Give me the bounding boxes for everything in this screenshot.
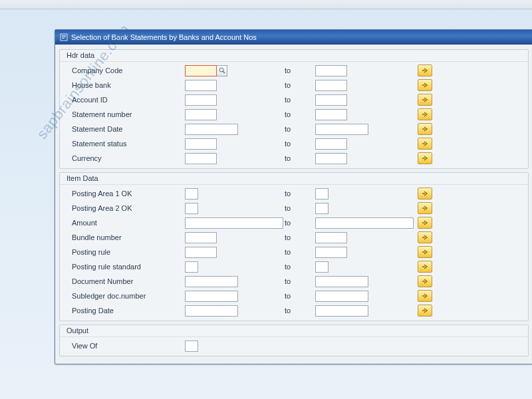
house-bank-to-input[interactable] (315, 80, 347, 91)
to-label: to (285, 292, 315, 300)
to-label: to (285, 125, 315, 133)
label-document-number: Document Number (72, 277, 185, 285)
to-label: to (285, 190, 315, 198)
posting-rule-std-to-input[interactable] (315, 261, 329, 273)
document-number-from-input[interactable] (185, 276, 238, 287)
label-amount: Amount (72, 219, 185, 227)
row-posting-area-1: Posting Area 1 OK to (60, 186, 528, 201)
to-label: to (285, 233, 315, 241)
subledger-doc-from-input[interactable] (185, 291, 238, 302)
statement-number-to-input[interactable] (315, 109, 347, 120)
label-statement-number: Statement number (72, 110, 185, 118)
group-output: Output View Of (59, 325, 529, 356)
multiple-selection-button[interactable] (418, 202, 432, 214)
currency-from-input[interactable] (185, 153, 217, 164)
posting-date-to-input[interactable] (315, 305, 368, 317)
statement-date-to-input[interactable] (315, 124, 368, 135)
label-currency: Currency (72, 154, 185, 162)
posting-area-2-to-input[interactable] (315, 203, 329, 214)
statement-number-from-input[interactable] (185, 109, 217, 120)
bundle-number-from-input[interactable] (185, 232, 217, 243)
group-item-title: Item Data (60, 173, 528, 184)
row-account-id: Account ID to (60, 92, 528, 107)
posting-area-1-from-input[interactable] (185, 188, 198, 200)
label-posting-area-1: Posting Area 1 OK (72, 190, 185, 198)
multiple-selection-button[interactable] (418, 290, 432, 302)
account-id-from-input[interactable] (185, 94, 217, 106)
selection-dialog: Selection of Bank Statements by Banks an… (55, 29, 532, 364)
multiple-selection-button[interactable] (418, 123, 432, 135)
to-label: to (285, 96, 315, 104)
row-document-number: Document Number to (60, 274, 528, 289)
group-output-title: Output (60, 325, 528, 336)
subledger-doc-to-input[interactable] (315, 291, 368, 302)
label-company-code: Company Code (72, 66, 185, 74)
amount-to-input[interactable] (315, 217, 414, 229)
row-house-bank: House bank to (60, 78, 528, 92)
row-posting-rule-std: Posting rule standard to (60, 259, 528, 274)
row-statement-date: Statement Date to (60, 122, 528, 136)
row-view-of: View Of (60, 338, 528, 353)
group-hdr-title: Hdr data (60, 50, 528, 61)
to-label: to (285, 110, 315, 118)
to-label: to (285, 81, 315, 89)
posting-date-from-input[interactable] (185, 305, 238, 317)
label-posting-rule: Posting rule (72, 248, 185, 256)
to-label: to (285, 204, 315, 212)
svg-rect-2 (62, 37, 66, 37)
company-code-to-input[interactable] (315, 65, 347, 76)
label-posting-date: Posting Date (72, 307, 185, 315)
row-posting-date: Posting Date to (60, 303, 528, 318)
view-of-input[interactable] (185, 340, 198, 352)
to-label: to (285, 263, 315, 271)
label-statement-date: Statement Date (72, 125, 185, 133)
multiple-selection-button[interactable] (418, 217, 432, 229)
dialog-body: Hdr data Company Code to (55, 45, 532, 364)
row-posting-area-2: Posting Area 2 OK to (60, 201, 528, 215)
search-help-icon[interactable] (217, 65, 227, 76)
multiple-selection-button[interactable] (418, 188, 432, 200)
multiple-selection-button[interactable] (418, 108, 432, 120)
multiple-selection-button[interactable] (418, 138, 432, 150)
statement-status-from-input[interactable] (185, 138, 217, 150)
multiple-selection-button[interactable] (418, 275, 432, 287)
to-label: to (285, 140, 315, 148)
statement-date-from-input[interactable] (185, 124, 238, 135)
document-number-to-input[interactable] (315, 276, 368, 287)
app-background: sapbrainsonline.com Selection of Bank St… (0, 0, 532, 399)
currency-to-input[interactable] (315, 153, 347, 164)
row-company-code: Company Code to (60, 63, 528, 78)
posting-area-2-from-input[interactable] (185, 203, 198, 214)
company-code-from-input[interactable] (185, 65, 217, 76)
row-bundle-number: Bundle number to (60, 230, 528, 245)
multiple-selection-button[interactable] (418, 246, 432, 258)
svg-line-5 (223, 71, 225, 73)
multiple-selection-button[interactable] (418, 305, 432, 317)
posting-rule-std-from-input[interactable] (185, 261, 198, 273)
top-strip (0, 0, 532, 9)
to-label: to (285, 248, 315, 256)
multiple-selection-button[interactable] (418, 79, 432, 91)
statement-status-to-input[interactable] (315, 138, 347, 150)
to-label: to (285, 307, 315, 315)
group-hdr-data: Hdr data Company Code to (59, 49, 529, 169)
multiple-selection-button[interactable] (418, 261, 432, 273)
to-label: to (285, 154, 315, 162)
house-bank-from-input[interactable] (185, 80, 217, 91)
amount-from-input[interactable] (185, 217, 283, 229)
bundle-number-to-input[interactable] (315, 232, 347, 243)
label-subledger-doc: Subledger doc.number (72, 292, 185, 300)
multiple-selection-button[interactable] (418, 65, 432, 76)
label-posting-area-2: Posting Area 2 OK (72, 204, 185, 212)
multiple-selection-button[interactable] (418, 152, 432, 164)
multiple-selection-button[interactable] (418, 231, 432, 243)
posting-area-1-to-input[interactable] (315, 188, 329, 200)
posting-rule-to-input[interactable] (315, 247, 347, 258)
to-label: to (285, 66, 315, 74)
dialog-title: Selection of Bank Statements by Banks an… (71, 30, 257, 45)
multiple-selection-button[interactable] (418, 94, 432, 106)
dialog-icon (59, 33, 68, 42)
posting-rule-from-input[interactable] (185, 247, 217, 258)
account-id-to-input[interactable] (315, 94, 347, 106)
svg-rect-1 (62, 35, 66, 36)
